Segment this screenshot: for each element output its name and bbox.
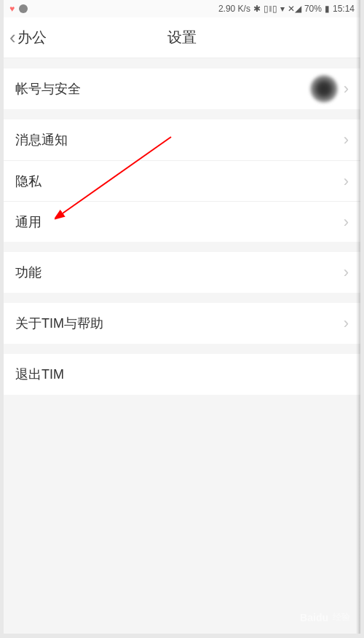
item-privacy[interactable]: 隐私 › xyxy=(4,160,360,201)
bluetooth-icon: ✱ xyxy=(253,4,261,14)
battery-pct: 70% xyxy=(304,4,322,14)
list-group: 关于TIM与帮助 › xyxy=(4,303,360,344)
chevron-right-icon: › xyxy=(344,314,349,333)
battery-icon: ▮ xyxy=(325,4,330,14)
clock: 15:14 xyxy=(333,4,355,14)
nav-header: ‹ 办公 设置 xyxy=(4,17,360,58)
back-label: 办公 xyxy=(17,28,47,47)
chevron-right-icon: › xyxy=(344,79,349,98)
chevron-right-icon: › xyxy=(344,213,349,232)
watermark-logo: Baidu xyxy=(300,612,328,623)
item-label: 功能 xyxy=(15,264,41,281)
watermark-sub: 经验 xyxy=(333,611,350,623)
item-label: 帐号与安全 xyxy=(15,80,81,98)
item-label: 关于TIM与帮助 xyxy=(15,315,103,332)
avatar xyxy=(310,75,338,103)
list-group: 功能 › xyxy=(4,252,360,293)
item-label: 退出TIM xyxy=(15,366,64,383)
item-general[interactable]: 通用 › xyxy=(4,201,360,242)
page-title: 设置 xyxy=(167,28,197,47)
circle-icon xyxy=(19,4,28,13)
item-notifications[interactable]: 消息通知 › xyxy=(4,119,360,160)
chevron-right-icon: › xyxy=(344,263,349,282)
item-label: 通用 xyxy=(15,213,41,231)
chevron-right-icon: › xyxy=(344,130,349,149)
list-group: 退出TIM xyxy=(4,354,360,395)
item-account-security[interactable]: 帐号与安全 › xyxy=(4,68,360,109)
item-about-help[interactable]: 关于TIM与帮助 › xyxy=(4,303,360,344)
back-button[interactable]: ‹ 办公 xyxy=(4,26,47,49)
heart-icon: ♥ xyxy=(9,4,15,14)
status-bar: ♥ 2.90 K/s ✱ ▯⦀▯ ▾ ✕◢ 70% ▮ 15:14 xyxy=(4,0,360,17)
network-speed: 2.90 K/s xyxy=(218,4,250,14)
item-label: 隐私 xyxy=(15,173,41,190)
chevron-left-icon: ‹ xyxy=(9,26,16,49)
wifi-icon: ▾ xyxy=(280,4,285,14)
vibrate-icon: ▯⦀▯ xyxy=(264,4,277,14)
signal-icon: ✕◢ xyxy=(288,4,301,14)
list-group: 消息通知 › 隐私 › 通用 › xyxy=(4,119,360,242)
phone-screen: ♥ 2.90 K/s ✱ ▯⦀▯ ▾ ✕◢ 70% ▮ 15:14 ‹ 办公 设… xyxy=(4,0,360,634)
item-label: 消息通知 xyxy=(15,131,68,149)
edge-shadow xyxy=(356,0,360,634)
list-group: 帐号与安全 › xyxy=(4,68,360,109)
item-logout[interactable]: 退出TIM xyxy=(4,354,360,395)
item-features[interactable]: 功能 › xyxy=(4,252,360,293)
chevron-right-icon: › xyxy=(344,172,349,191)
watermark: Baidu 经验 xyxy=(300,611,350,623)
